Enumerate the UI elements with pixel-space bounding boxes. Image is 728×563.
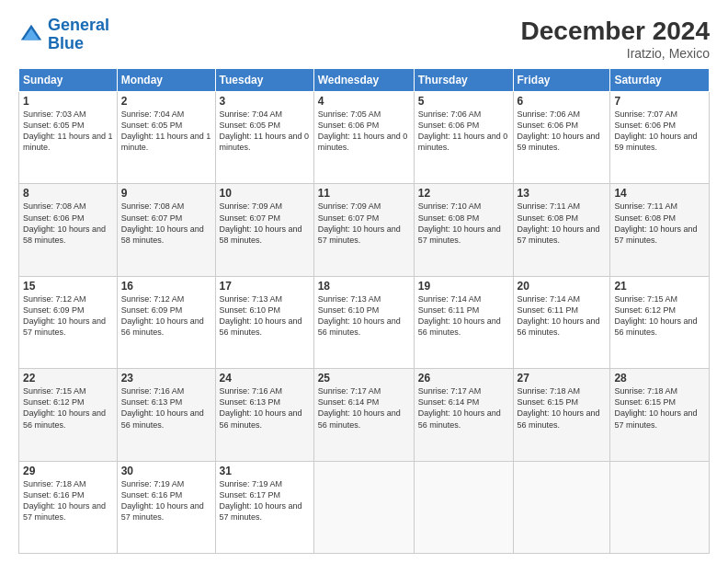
daylight-text: Daylight: 10 hours and 56 minutes. — [220, 316, 302, 337]
sunset-text: Sunset: 6:08 PM — [614, 213, 676, 223]
calendar-cell: 24 Sunrise: 7:16 AM Sunset: 6:13 PM Dayl… — [215, 369, 313, 461]
sunset-text: Sunset: 6:06 PM — [418, 121, 480, 130]
day-info: Sunrise: 7:16 AM Sunset: 6:13 PM Dayligh… — [121, 385, 211, 431]
sunrise-text: Sunrise: 7:08 AM — [23, 201, 86, 211]
sunset-text: Sunset: 6:16 PM — [121, 490, 183, 500]
sunrise-text: Sunrise: 7:11 AM — [614, 201, 677, 211]
day-number: 18 — [318, 280, 410, 293]
sunrise-text: Sunrise: 7:07 AM — [614, 109, 677, 119]
calendar-cell: 2 Sunrise: 7:04 AM Sunset: 6:05 PM Dayli… — [117, 92, 215, 184]
sunset-text: Sunset: 6:15 PM — [518, 397, 579, 407]
day-number: 15 — [23, 280, 113, 293]
daylight-text: Daylight: 10 hours and 56 minutes. — [318, 316, 401, 337]
sunrise-text: Sunrise: 7:15 AM — [23, 386, 86, 396]
calendar-cell: 9 Sunrise: 7:08 AM Sunset: 6:07 PM Dayli… — [117, 184, 215, 276]
sunrise-text: Sunrise: 7:19 AM — [220, 479, 283, 488]
sunrise-text: Sunrise: 7:05 AM — [318, 109, 381, 119]
calendar-cell: 14 Sunrise: 7:11 AM Sunset: 6:08 PM Dayl… — [610, 184, 710, 276]
day-info: Sunrise: 7:07 AM Sunset: 6:06 PM Dayligh… — [614, 109, 705, 154]
sunset-text: Sunset: 6:08 PM — [418, 213, 480, 223]
sunset-text: Sunset: 6:05 PM — [121, 121, 183, 130]
day-info: Sunrise: 7:14 AM Sunset: 6:11 PM Dayligh… — [518, 293, 607, 339]
day-number: 17 — [220, 280, 310, 293]
sunset-text: Sunset: 6:12 PM — [23, 397, 85, 407]
day-number: 30 — [121, 465, 211, 477]
sunrise-text: Sunrise: 7:16 AM — [220, 386, 283, 396]
sunrise-text: Sunrise: 7:10 AM — [418, 201, 482, 211]
day-number: 7 — [614, 95, 705, 108]
daylight-text: Daylight: 10 hours and 57 minutes. — [518, 224, 600, 245]
sunrise-text: Sunrise: 7:11 AM — [518, 201, 581, 211]
weekday-header-row: Sunday Monday Tuesday Wednesday Thursday… — [19, 69, 710, 92]
day-info: Sunrise: 7:06 AM Sunset: 6:06 PM Dayligh… — [418, 109, 509, 154]
day-number: 24 — [220, 372, 310, 385]
header-monday: Monday — [117, 69, 215, 92]
day-number: 1 — [23, 95, 113, 108]
sunset-text: Sunset: 6:05 PM — [23, 121, 85, 130]
calendar-cell: 30 Sunrise: 7:19 AM Sunset: 6:16 PM Dayl… — [117, 461, 215, 553]
sunset-text: Sunset: 6:16 PM — [23, 490, 85, 500]
daylight-text: Daylight: 11 hours and 0 minutes. — [318, 132, 408, 152]
calendar-cell: 21 Sunrise: 7:15 AM Sunset: 6:12 PM Dayl… — [610, 276, 710, 368]
day-info: Sunrise: 7:19 AM Sunset: 6:17 PM Dayligh… — [220, 478, 310, 523]
calendar-cell: 15 Sunrise: 7:12 AM Sunset: 6:09 PM Dayl… — [19, 276, 118, 368]
sunrise-text: Sunrise: 7:13 AM — [220, 294, 283, 304]
sunset-text: Sunset: 6:06 PM — [23, 213, 85, 223]
day-number: 20 — [518, 280, 607, 293]
sunset-text: Sunset: 6:11 PM — [518, 305, 579, 315]
sunset-text: Sunset: 6:11 PM — [418, 305, 480, 315]
day-number: 14 — [614, 187, 705, 200]
sunrise-text: Sunrise: 7:14 AM — [518, 294, 581, 304]
calendar-cell — [313, 461, 414, 553]
calendar-cell: 23 Sunrise: 7:16 AM Sunset: 6:13 PM Dayl… — [117, 369, 215, 461]
daylight-text: Daylight: 10 hours and 56 minutes. — [318, 408, 401, 429]
daylight-text: Daylight: 10 hours and 59 minutes. — [518, 132, 600, 152]
daylight-text: Daylight: 10 hours and 57 minutes. — [318, 224, 401, 245]
day-info: Sunrise: 7:09 AM Sunset: 6:07 PM Dayligh… — [220, 201, 310, 246]
logo-blue: Blue — [48, 34, 84, 52]
day-info: Sunrise: 7:14 AM Sunset: 6:11 PM Dayligh… — [418, 293, 509, 339]
day-number: 11 — [318, 187, 410, 200]
sunset-text: Sunset: 6:09 PM — [23, 305, 85, 315]
daylight-text: Daylight: 10 hours and 56 minutes. — [121, 408, 204, 429]
sunrise-text: Sunrise: 7:18 AM — [23, 479, 86, 488]
day-info: Sunrise: 7:06 AM Sunset: 6:06 PM Dayligh… — [518, 109, 607, 154]
sunrise-text: Sunrise: 7:14 AM — [418, 294, 482, 304]
sunset-text: Sunset: 6:17 PM — [220, 490, 281, 500]
daylight-text: Daylight: 10 hours and 59 minutes. — [614, 132, 697, 152]
header-saturday: Saturday — [610, 69, 710, 92]
sunset-text: Sunset: 6:06 PM — [318, 121, 380, 130]
logo: General Blue — [18, 17, 109, 53]
sunrise-text: Sunrise: 7:12 AM — [23, 294, 86, 304]
calendar-cell: 12 Sunrise: 7:10 AM Sunset: 6:08 PM Dayl… — [414, 184, 513, 276]
day-info: Sunrise: 7:17 AM Sunset: 6:14 PM Dayligh… — [318, 385, 410, 431]
sunset-text: Sunset: 6:07 PM — [220, 213, 281, 223]
calendar-cell: 20 Sunrise: 7:14 AM Sunset: 6:11 PM Dayl… — [513, 276, 610, 368]
sunrise-text: Sunrise: 7:17 AM — [418, 386, 482, 396]
sunset-text: Sunset: 6:15 PM — [614, 397, 676, 407]
sunrise-text: Sunrise: 7:03 AM — [23, 109, 86, 119]
calendar-cell: 5 Sunrise: 7:06 AM Sunset: 6:06 PM Dayli… — [414, 92, 513, 184]
daylight-text: Daylight: 10 hours and 58 minutes. — [23, 224, 106, 245]
sunrise-text: Sunrise: 7:12 AM — [121, 294, 185, 304]
calendar-cell: 19 Sunrise: 7:14 AM Sunset: 6:11 PM Dayl… — [414, 276, 513, 368]
day-number: 9 — [121, 187, 211, 200]
day-info: Sunrise: 7:03 AM Sunset: 6:05 PM Dayligh… — [23, 109, 113, 154]
sunrise-text: Sunrise: 7:06 AM — [418, 109, 482, 119]
day-number: 13 — [518, 187, 607, 200]
sunrise-text: Sunrise: 7:18 AM — [518, 386, 581, 396]
day-number: 28 — [614, 372, 705, 385]
calendar-cell: 17 Sunrise: 7:13 AM Sunset: 6:10 PM Dayl… — [215, 276, 313, 368]
daylight-text: Daylight: 10 hours and 57 minutes. — [614, 224, 697, 245]
calendar-cell: 25 Sunrise: 7:17 AM Sunset: 6:14 PM Dayl… — [313, 369, 414, 461]
day-info: Sunrise: 7:08 AM Sunset: 6:06 PM Dayligh… — [23, 201, 113, 246]
sunset-text: Sunset: 6:06 PM — [614, 121, 676, 130]
sunrise-text: Sunrise: 7:17 AM — [318, 386, 381, 396]
sunset-text: Sunset: 6:13 PM — [121, 397, 183, 407]
day-number: 22 — [23, 372, 113, 385]
sunrise-text: Sunrise: 7:18 AM — [614, 386, 677, 396]
calendar-cell: 7 Sunrise: 7:07 AM Sunset: 6:06 PM Dayli… — [610, 92, 710, 184]
sunrise-text: Sunrise: 7:09 AM — [318, 201, 381, 211]
sunset-text: Sunset: 6:08 PM — [518, 213, 579, 223]
daylight-text: Daylight: 11 hours and 0 minutes. — [418, 132, 508, 152]
